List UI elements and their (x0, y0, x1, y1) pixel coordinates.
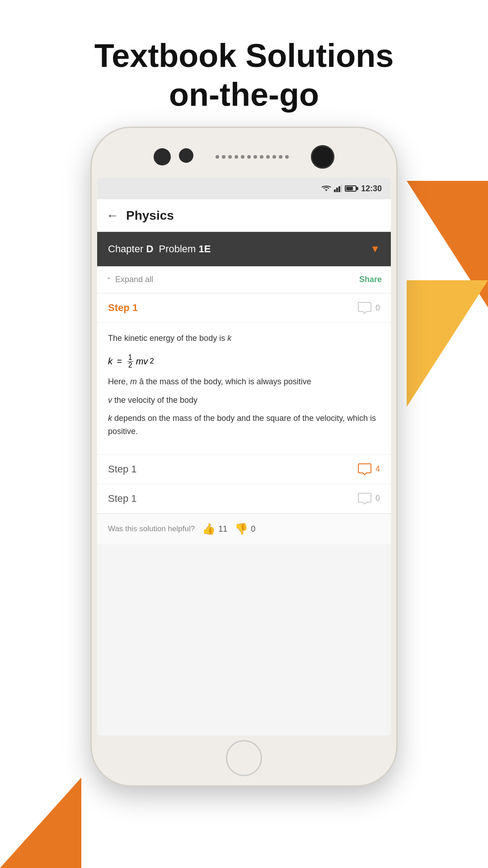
status-icons: 12:30 (321, 184, 382, 193)
content-line1: The kinetic energy of the body is k (108, 332, 380, 345)
status-bar: 12:30 (97, 178, 391, 199)
chapter-dropdown-icon[interactable]: ▼ (370, 243, 380, 255)
step-3-label[interactable]: Step 1 (108, 493, 137, 505)
chapter-header[interactable]: Chapter D Problem 1E ▼ (97, 232, 391, 266)
comment-count-1: 0 (375, 303, 380, 313)
chapter-id: D (146, 243, 153, 255)
expand-chevron-icon: ⌃ (106, 276, 112, 283)
headline-line1: Textbook Solutions (94, 38, 394, 74)
step-row-1[interactable]: Step 1 0 (97, 293, 391, 323)
speaker-dot (272, 155, 276, 159)
thumbs-up-icon: 👍 (202, 523, 216, 535)
comment-icon-3 (357, 492, 372, 505)
app-bar-title: Physics (126, 208, 174, 223)
share-button[interactable]: Share (359, 275, 382, 284)
svg-marker-0 (325, 189, 328, 191)
svg-rect-3 (338, 186, 340, 192)
comment-count-2: 4 (375, 464, 380, 474)
problem-id: 1E (199, 243, 211, 255)
expand-all-button[interactable]: ⌃ Expand all (106, 275, 153, 284)
phone-top-bar (154, 145, 334, 169)
speaker-dot (279, 155, 282, 159)
decoration-triangle-bottom (0, 778, 81, 868)
content-line2: Here, m â the mass of the body, which is… (108, 375, 380, 388)
content-line3: v the velocity of the body (108, 394, 380, 407)
phone-mockup: 12:30 ← Physics Chapter D Problem 1E ▼ ⌃ (90, 127, 398, 787)
speaker (216, 155, 289, 159)
app-bar: ← Physics (97, 199, 391, 232)
status-time: 12:30 (361, 184, 382, 193)
phone-screen: 12:30 ← Physics Chapter D Problem 1E ▼ ⌃ (97, 178, 391, 736)
thumbs-down-icon: 👎 (235, 523, 248, 535)
speaker-dot (216, 155, 219, 159)
camera-dots (154, 148, 193, 165)
battery-icon (345, 185, 357, 192)
signal-icon (334, 185, 342, 192)
step-2-label[interactable]: Step 1 (108, 463, 137, 475)
speaker-dot (285, 155, 289, 159)
step-1-content: The kinetic energy of the body is k k = … (97, 323, 391, 455)
headline-line2: on-the-go (169, 76, 319, 113)
page-heading: Textbook Solutions on-the-go (0, 0, 488, 142)
battery-fill (346, 187, 353, 190)
comment-count-3: 0 (375, 494, 380, 503)
decoration-triangle-mid (407, 280, 488, 407)
speaker-dot (253, 155, 257, 159)
step-row-2[interactable]: Step 1 4 (97, 455, 391, 484)
svg-rect-4 (341, 185, 342, 192)
thumbs-up-count: 11 (218, 524, 227, 534)
phone-home-button[interactable] (226, 740, 262, 776)
step-1-label[interactable]: Step 1 (108, 302, 138, 314)
back-button[interactable]: ← (106, 208, 119, 223)
expand-share-row: ⌃ Expand all Share (97, 266, 391, 293)
speaker-dot (222, 155, 225, 159)
svg-rect-1 (334, 189, 336, 192)
camera-dot-2 (179, 148, 193, 163)
formula: k = 1 2 mv2 (108, 354, 154, 369)
front-camera (311, 145, 334, 169)
speaker-dot (247, 155, 251, 159)
helpful-row: Was this solution helpful? 👍 11 👎 0 (97, 514, 391, 544)
comment-icon-1 (357, 302, 372, 314)
comment-area-1: 0 (357, 302, 380, 314)
speaker-dot (235, 155, 238, 159)
wifi-icon (321, 185, 331, 192)
thumbs-down-count: 0 (251, 524, 255, 534)
comment-area-3: 0 (357, 492, 380, 505)
comment-area-2: 4 (357, 463, 380, 476)
fraction-half: 1 2 (127, 354, 133, 369)
expand-all-label: Expand all (115, 275, 153, 284)
phone-body: 12:30 ← Physics Chapter D Problem 1E ▼ ⌃ (90, 127, 398, 787)
speaker-dot (266, 155, 270, 159)
thumbs-down-button[interactable]: 👎 0 (235, 523, 255, 535)
chapter-title: Chapter D Problem 1E (108, 243, 211, 255)
speaker-dot (228, 155, 232, 159)
speaker-dot (260, 155, 263, 159)
helpful-question: Was this solution helpful? (108, 524, 195, 533)
thumbs-up-button[interactable]: 👍 11 (202, 523, 227, 535)
camera-dot-1 (154, 148, 171, 165)
speaker-dot (241, 155, 244, 159)
svg-rect-2 (336, 188, 338, 192)
step-row-3[interactable]: Step 1 0 (97, 484, 391, 514)
comment-icon-2 (357, 463, 372, 476)
content-line4: k depends on the mass of the body and th… (108, 412, 380, 438)
